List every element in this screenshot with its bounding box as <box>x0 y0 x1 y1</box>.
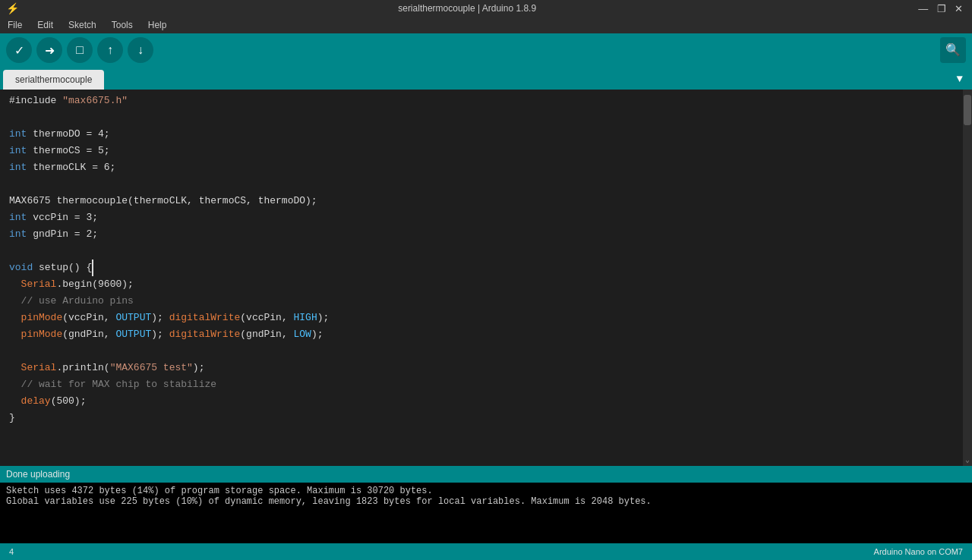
output-area: Sketch uses 4372 bytes (14%) of program … <box>0 483 972 543</box>
code-line: int vccPin = 3; <box>6 209 963 226</box>
board-info: Arduino Nano on COM7 <box>874 547 963 556</box>
editor-container: #include "max6675.h" int thermoDO = 4; i… <box>0 90 972 466</box>
file-tab[interactable]: serialthermocouple <box>3 70 104 90</box>
code-line: pinMode(vccPin, OUTPUT); digitalWrite(vc… <box>6 310 963 326</box>
search-button[interactable]: 🔍 <box>940 37 966 63</box>
menu-edit[interactable]: Edit <box>33 18 58 32</box>
upload-button[interactable]: ➜ <box>36 37 62 63</box>
code-line: delay(500); <box>6 393 963 410</box>
vertical-scrollbar[interactable]: ⌄ <box>963 90 972 466</box>
menu-tools[interactable]: Tools <box>107 18 137 32</box>
code-line: Serial.println("MAX6675 test"); <box>6 360 963 376</box>
code-line: #include "max6675.h" <box>6 93 963 109</box>
save-button[interactable]: ↓ <box>128 37 153 63</box>
code-line <box>6 343 963 360</box>
code-line: Serial.begin(9600); <box>6 276 963 293</box>
cursor-position: 4 <box>9 547 14 556</box>
code-line <box>6 176 963 193</box>
output-line2: Global variables use 225 bytes (10%) of … <box>6 496 966 507</box>
code-line: pinMode(gndPin, OUTPUT); digitalWrite(gn… <box>6 326 963 343</box>
menu-help[interactable]: Help <box>144 18 172 32</box>
code-editor[interactable]: #include "max6675.h" int thermoDO = 4; i… <box>6 90 963 466</box>
close-button[interactable]: ✕ <box>951 3 966 14</box>
code-line: } <box>6 410 963 426</box>
menu-file[interactable]: File <box>3 18 27 32</box>
scrollbar-thumb[interactable] <box>964 95 971 125</box>
title-bar: ⚡ serialthermocouple | Arduino 1.8.9 — ❐… <box>0 0 972 17</box>
toolbar: ✓ ➜ □ ↑ ↓ 🔍 <box>0 33 972 67</box>
code-line: MAX6675 thermocouple(thermoCLK, thermoCS… <box>6 193 963 209</box>
new-button[interactable]: □ <box>67 37 93 63</box>
open-button[interactable]: ↑ <box>97 37 123 63</box>
code-line: int thermoCS = 5; <box>6 143 963 159</box>
output-status-text: Done uploading <box>6 469 70 480</box>
bottom-panel: Done uploading Sketch uses 4372 bytes (1… <box>0 466 972 560</box>
status-bar: 4 Arduino Nano on COM7 <box>0 543 972 560</box>
menu-sketch[interactable]: Sketch <box>64 18 101 32</box>
tab-dropdown-icon[interactable]: ▼ <box>951 70 969 88</box>
verify-button[interactable]: ✓ <box>6 37 32 63</box>
code-line <box>6 109 963 126</box>
menu-bar: File Edit Sketch Tools Help <box>0 17 972 33</box>
code-line: int thermoDO = 4; <box>6 126 963 143</box>
title-bar-title: serialthermocouple | Arduino 1.8.9 <box>398 3 536 14</box>
code-line <box>6 243 963 260</box>
code-line: void setup() { <box>6 260 963 276</box>
output-line1: Sketch uses 4372 bytes (14%) of program … <box>6 486 966 496</box>
code-line: int gndPin = 2; <box>6 226 963 243</box>
title-bar-controls: — ❐ ✕ <box>915 3 966 14</box>
code-line: int thermoCLK = 6; <box>6 159 963 176</box>
scrollbar-left <box>0 90 6 466</box>
code-line: // wait for MAX chip to stabilize <box>6 376 963 393</box>
tab-bar: serialthermocouple ▼ <box>0 67 972 90</box>
minimize-button[interactable]: — <box>915 3 931 14</box>
output-header: Done uploading <box>0 466 972 483</box>
code-line: // use Arduino pins <box>6 293 963 310</box>
title-bar-icon: ⚡ <box>6 2 19 14</box>
maximize-button[interactable]: ❐ <box>934 3 949 14</box>
